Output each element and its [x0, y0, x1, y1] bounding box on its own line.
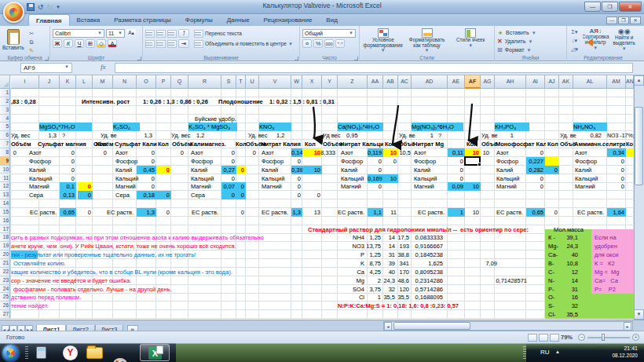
ribbon-tab-4[interactable]: Данные [220, 14, 257, 26]
grid-cell[interactable]: Мол.масса [550, 225, 587, 234]
nutrient-label[interactable]: Кальций [414, 174, 437, 183]
indent-icon[interactable]: ⇥ [178, 39, 189, 48]
kol-value[interactable]: 0 [156, 191, 171, 199]
grid-cell[interactable]: тение найдёт. [11, 302, 49, 310]
underline-button[interactable]: Ч [75, 39, 84, 48]
borders-button[interactable]: ⊞ [86, 39, 95, 48]
grid-cell[interactable]: сор - значение не введётся и будет ошибк… [11, 276, 131, 285]
nutrient-label[interactable]: Фосфор [115, 157, 137, 166]
ud-ves-label[interactable]: Уд. вес [248, 131, 268, 140]
column-header-AB[interactable]: AB [383, 75, 398, 89]
nutrient-label[interactable]: Азот [414, 148, 426, 157]
zoom-out-icon[interactable]: − [578, 334, 585, 341]
std-value[interactable]: 0,2314286 [402, 276, 445, 285]
nutrient-label[interactable]: Калий [496, 166, 513, 174]
volume-value[interactable]: 0 [166, 148, 185, 157]
molar-mass-value[interactable]: 14 [554, 276, 580, 285]
row-header-16[interactable]: 16 [0, 217, 10, 225]
grid-cell[interactable]: тки - результат или проверенные тщательн… [11, 250, 196, 259]
ribbon-tab-6[interactable]: Вид [319, 14, 344, 26]
kol-value[interactable]: 0 [156, 166, 171, 174]
molar-mass-value[interactable]: 12 [554, 268, 580, 276]
office-button[interactable] [3, 2, 24, 23]
nutrient-label[interactable]: Калий [115, 166, 132, 174]
fertilizer-name[interactable]: Сульфат магния [38, 140, 95, 148]
comma-style-icon[interactable]: 000 [324, 39, 334, 48]
volume-header[interactable]: Объё [399, 140, 415, 148]
nutrient-label[interactable]: Фосфор [496, 157, 518, 166]
alignment-dialog-launcher[interactable] [295, 57, 298, 60]
molar-mass-value[interactable]: 16 [554, 293, 580, 302]
nutrient-value[interactable]: 0 [448, 166, 465, 174]
selected-cell[interactable] [464, 156, 481, 166]
clipboard-dialog-launcher[interactable] [45, 57, 49, 60]
conditional-formatting-button[interactable]: Условное форматирование▼ [362, 28, 404, 53]
molar-mass-value[interactable]: 32 [554, 302, 580, 310]
wrap-text-button[interactable]: Перенос текста [194, 30, 242, 38]
column-header-K[interactable]: K [60, 75, 76, 89]
kol-value[interactable] [545, 157, 559, 166]
nutrient-value[interactable]: 0,11 [448, 148, 465, 157]
row-header-20[interactable]: 20 [0, 250, 10, 259]
ud-ves-value[interactable]: 1,3 [135, 131, 154, 140]
grid-cell[interactable]: анете круче, чем они). У Рийк Цваан, кст… [11, 242, 236, 250]
nutrient-label[interactable]: Сера [29, 191, 43, 199]
nutrient-value[interactable]: 0 [368, 182, 383, 191]
ud-ves-value[interactable]: 0,82 [581, 131, 603, 140]
clock-time[interactable]: 21:41 [598, 346, 638, 351]
grid-cell[interactable]: 1: 0,26 : 1,3 : 0,86 : 0,26 [143, 97, 208, 106]
yandex-browser-icon[interactable]: Y [63, 346, 78, 360]
grid-cell[interactable]: Стандартный раствор для гидропоники ммол… [308, 225, 529, 234]
row-header-4[interactable]: 4 [0, 115, 10, 123]
nutrient-value[interactable]: 0,14 [291, 148, 302, 157]
number-format-combo[interactable]: Общий▼ [302, 29, 356, 38]
fill-color-button[interactable]: ◇ [97, 39, 106, 48]
ud-ves-label[interactable]: Уд вес [323, 131, 340, 140]
nutrient-label[interactable]: Кальций [341, 174, 364, 183]
nutrient-label[interactable]: Калий [414, 166, 430, 174]
nutrient-value[interactable]: 0,07 [221, 182, 236, 191]
kol-value[interactable]: 10 [383, 174, 398, 183]
kol-header[interactable]: Кол [547, 140, 558, 148]
ribbon-tab-3[interactable]: Формулы [178, 14, 220, 26]
fertilizer-formula[interactable]: MgSO₄*7H₂O [39, 122, 92, 131]
std-value[interactable]: 0,0833333 [402, 233, 445, 242]
doc-close-button[interactable]: ✕ [630, 16, 641, 24]
grid-cell[interactable]: Оставляйте копию. [13, 259, 66, 268]
nutrient-label[interactable]: Фосфор [262, 157, 284, 166]
nutrient-value[interactable]: 0 [137, 148, 156, 157]
row-header-9[interactable]: 9 [0, 157, 10, 166]
grow-font-icon[interactable]: А▴ [126, 29, 136, 38]
font-size-combo[interactable]: 11▼ [106, 29, 125, 38]
fertilizer-formula[interactable]: NH₄NO₃ [573, 122, 607, 131]
grid-cell[interactable]: Интенсивн. рост [82, 97, 130, 106]
paste-button[interactable]: Вставить [2, 27, 24, 54]
nutrient-label[interactable]: Кальций [575, 174, 598, 183]
column-header-U[interactable]: U [246, 75, 259, 89]
normal-view-icon[interactable] [528, 334, 537, 342]
fertilizer-formula[interactable]: K₂SO₄ [113, 122, 140, 131]
grid-cell[interactable]: ,83 : 0,28 [11, 97, 36, 106]
row-header-2[interactable]: 2 [0, 97, 10, 106]
nutrient-value[interactable]: 0 [448, 157, 465, 166]
zoom-slider-thumb[interactable] [602, 334, 605, 341]
nutrient-label[interactable]: Фосфор [191, 157, 213, 166]
ec-value[interactable]: 1,3 [137, 208, 156, 217]
ud-ves-note[interactable]: ? [438, 131, 441, 140]
nutrient-label[interactable]: Магний [575, 182, 595, 191]
ud-ves-value[interactable]: 1,2 [276, 131, 292, 140]
align-center-icon[interactable] [156, 40, 166, 48]
bold-button[interactable]: Ж [53, 39, 62, 48]
fertilizer-formula[interactable]: K₂SO₄ * MgSO₄ [188, 122, 237, 131]
align-middle-icon[interactable] [156, 30, 166, 38]
nutrient-value[interactable]: 0,39 [291, 166, 302, 174]
nutrient-label[interactable]: Фосфор [414, 157, 436, 166]
molar-element-label[interactable]: В- [548, 259, 554, 268]
ud-ves-label[interactable]: Уд. ве [560, 131, 576, 140]
explorer-folder-icon[interactable] [86, 347, 103, 359]
fertilizer-name[interactable]: Аммиачн.селитра [574, 140, 625, 148]
nutrient-value[interactable]: 0 [526, 148, 545, 157]
kol-header[interactable]: Ко [626, 140, 633, 148]
fertilizer-name[interactable]: Нитрат Mg [413, 140, 460, 148]
nutrient-label[interactable]: Калий [191, 166, 207, 174]
